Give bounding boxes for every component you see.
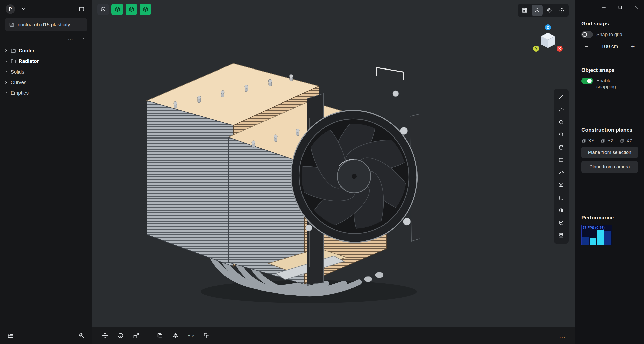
grid-size-decrement-button[interactable]: − [581,41,591,51]
fillet-icon [558,195,564,201]
array-button[interactable] [202,331,212,341]
gizmo-toggle[interactable] [532,5,543,16]
grid-size-value[interactable]: 100 cm [601,44,618,49]
minimize-button[interactable] [599,2,609,13]
panel-toggle-icon [79,6,85,12]
plane-xz-button[interactable]: XZ [620,138,632,144]
viewport-more-button[interactable]: … [557,334,567,337]
rotate-icon [117,332,124,339]
render-mode-toggle[interactable] [544,5,555,16]
snap-to-grid-toggle[interactable] [581,31,593,38]
enable-snapping-toggle[interactable] [581,78,593,84]
z-axis-line [268,2,268,325]
plane-xy-label: XY [588,138,594,144]
show-curves-button[interactable] [140,4,151,15]
object-snaps-more-button[interactable]: … [628,78,638,81]
maximize-button[interactable] [615,2,625,13]
outliner-item-label: Curves [11,80,26,85]
plane-from-camera-button[interactable]: Plane from camera [581,161,638,173]
fillet-tool-button[interactable] [555,192,567,203]
mirror-duplicate-button[interactable]: AA [186,331,196,341]
performance-more-button[interactable]: … [616,231,626,234]
chevron-right-icon [4,91,8,95]
chevron-down-icon [21,7,26,11]
grid-display-toggle[interactable] [519,5,530,16]
center-circle-tool-button[interactable] [555,117,567,127]
file-name-field[interactable]: noctua nh d15.plasticity [5,18,87,31]
close-icon [634,5,639,10]
mirror-button[interactable] [170,331,180,341]
selection-mode-button[interactable] [97,4,109,15]
outliner-item-radiator[interactable]: Radiator [0,56,92,66]
axes-gizmo-icon [534,7,540,13]
duplicate-button[interactable] [155,331,165,341]
viewport-3d[interactable]: Z Y X [92,0,575,344]
copy-icon [156,332,163,339]
folder-icon [11,48,16,53]
translate-button[interactable] [100,331,110,341]
outliner-item-empties[interactable]: Empties [0,88,92,98]
sidebar-footer [0,327,92,344]
outliner-item-curves[interactable]: Curves [0,77,92,88]
outliner-item-label: Empties [11,90,29,96]
zoom-search-button[interactable] [77,331,87,341]
box-tool-button[interactable] [555,218,567,228]
enable-snapping-label: Enable snapping [596,78,621,90]
sidebar-header: P [0,0,92,18]
user-avatar[interactable]: P [6,4,15,14]
construction-planes-title: Construction planes [581,127,638,133]
construction-plane-shortcuts: XY YZ XZ [581,138,638,144]
plane-from-selection-button[interactable]: Plane from selection [581,147,638,158]
sphere-tool-button[interactable] [555,205,567,216]
rotate-button[interactable] [116,331,126,341]
curve-tool-button[interactable] [555,104,567,115]
grid-size-increment-button[interactable]: + [628,41,638,51]
file-name: noctua nh d15.plasticity [18,22,70,28]
axis-y-label: Y [535,46,537,51]
toggle-sidebar-button[interactable] [77,4,87,14]
transform-toolbar: AA … [92,327,575,344]
dashed-circle-icon [559,7,565,13]
view-cube[interactable]: Z Y X [531,24,565,56]
outliner-item-solids[interactable]: Solids [0,66,92,77]
viewport-topright-toolbar [518,4,569,17]
plane-xz-label: XZ [626,138,632,144]
performance-title: Performance [581,215,638,221]
show-solids-button[interactable] [111,4,123,15]
outliner-item-cooler[interactable]: Cooler [0,45,92,56]
folder-tab-icon [7,332,14,339]
workspace-menu-button[interactable] [19,4,29,14]
instance-icon [203,332,210,339]
trim-tool-button[interactable] [555,180,567,190]
plane-yz-button[interactable]: YZ [600,138,613,144]
cube-wire-icon [142,6,149,13]
close-button[interactable] [631,2,641,13]
save-icon [9,22,15,27]
scale-button[interactable] [131,331,141,341]
fps-bar [582,237,589,245]
plasticity-app: P noctua nh d15.plasticity … [0,0,644,344]
show-sheets-button[interactable] [126,4,137,15]
asset-browser-button[interactable] [6,331,16,341]
mirror-icon [172,332,179,339]
outliner-more-button[interactable]: … [65,33,75,43]
half-circle-icon [558,207,564,213]
cylinder-icon [558,144,564,150]
shading-toggle[interactable] [556,5,567,16]
model-noctua-nh-d15[interactable] [92,0,575,344]
cylinder-tool-button[interactable] [555,142,567,153]
plane-xy-button[interactable]: XY [581,138,594,144]
plane-yz-label: YZ [607,138,613,144]
line-tool-button[interactable] [555,92,567,102]
curve-icon [558,107,564,113]
fps-label: 75 FPS (0-76) [582,225,612,230]
outliner-collapse-button[interactable] [78,33,88,43]
rectangle-icon [558,157,564,163]
rectangle-tool-button[interactable] [555,155,567,165]
circle-icon [558,119,564,125]
spline-tool-button[interactable] [555,167,567,178]
polygon-tool-button[interactable] [555,129,567,140]
extrude-tool-button[interactable] [555,230,567,241]
outliner-item-label: Radiator [19,58,39,64]
move-icon [101,332,108,339]
